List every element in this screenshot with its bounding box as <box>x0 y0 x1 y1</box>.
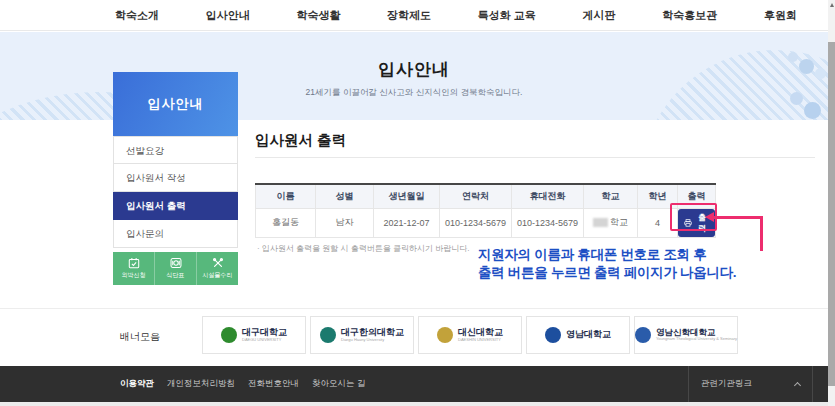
nav-item-supporters[interactable]: 후원회 <box>764 8 797 23</box>
annotation-line-1: 지원자의 이름과 휴대폰 번호로 조회 후 <box>478 246 736 264</box>
scrollbar-up-arrow-icon[interactable] <box>830 3 834 7</box>
col-grade: 학년 <box>638 184 678 208</box>
arrow-left-icon <box>705 212 714 222</box>
calendar-icon <box>128 257 140 269</box>
nav-item-education[interactable]: 특성화 교육 <box>478 8 536 23</box>
sidebar-item-inquiry[interactable]: 입사문의 <box>113 220 238 248</box>
nav-item-life[interactable]: 학숙생활 <box>296 8 340 23</box>
application-table: 이름 성별 생년월일 연락처 휴대전화 학교 학년 출력 홍길동 남자 2021… <box>255 183 716 238</box>
sidebar-item-guidelines[interactable]: 선발요강 <box>113 136 238 164</box>
nav-item-promotion[interactable]: 학숙홍보관 <box>662 8 717 23</box>
quick-label: 시설물수리 <box>203 271 233 280</box>
cell-birthdate: 2021-12-07 <box>374 208 440 237</box>
table-note: · 입사원서 출력을 원할 시 출력버튼을 클릭하시기 바랍니다. <box>257 243 469 254</box>
col-gender: 성별 <box>316 184 374 208</box>
table-row: 홍길동 남자 2021-12-07 010-1234-5679 010-1234… <box>256 208 716 237</box>
footer-link-privacy[interactable]: 개인정보처리방침 <box>167 378 235 390</box>
sidebar-menu: 선발요강 입사원서 작성 입사원서 출력 입사문의 <box>113 136 238 248</box>
sidebar-item-write-application[interactable]: 입사원서 작성 <box>113 164 238 192</box>
redacted-school-name <box>593 218 608 227</box>
page-bottom-strip <box>0 402 835 406</box>
meal-icon <box>170 257 182 269</box>
top-navigation: 학숙소개 입사안내 학숙생활 장학제도 특성화 교육 게시판 학숙홍보관 후원회 <box>0 0 828 31</box>
nav-menu: 학숙소개 입사안내 학숙생활 장학제도 특성화 교육 게시판 학숙홍보관 후원회 <box>115 0 797 31</box>
divider <box>0 308 828 309</box>
quick-overnight-request[interactable]: 외박신청 <box>113 252 155 285</box>
university-subname: DAESHIN UNIVERSITY <box>458 338 503 342</box>
nav-item-intro[interactable]: 학숙소개 <box>115 8 159 23</box>
related-links-label: 관련기관링크 <box>701 378 752 390</box>
col-contact: 연락처 <box>440 184 512 208</box>
banner-daegu-university[interactable]: 대구대학교DAEGU UNIVERSITY <box>202 316 306 354</box>
sidebar-item-print-application[interactable]: 입사원서 출력 <box>113 192 238 220</box>
university-banner-row: 대구대학교DAEGU UNIVERSITY 대구한의대학교Daegu Haany… <box>202 316 738 354</box>
university-subname: Daegu Haany University <box>341 338 404 342</box>
university-subname: Youngnam Theological University & Semina… <box>656 337 737 341</box>
cell-grade: 4 <box>638 208 678 237</box>
col-print: 출력 <box>678 184 716 208</box>
quick-label: 외박신청 <box>122 271 146 280</box>
col-mobile: 휴대전화 <box>512 184 584 208</box>
sidebar-quick-menu: 외박신청 식단표 시설물수리 <box>113 252 238 285</box>
banner-collection-label: 배너모음 <box>120 330 160 344</box>
tools-icon <box>212 257 224 269</box>
university-logo <box>320 327 336 343</box>
quick-facility-repair[interactable]: 시설물수리 <box>197 252 238 285</box>
banner-daeshin-university[interactable]: 대신대학교DAESHIN UNIVERSITY <box>418 316 522 354</box>
university-logo <box>221 327 237 343</box>
footer-link-directions[interactable]: 찾아오시는 길 <box>312 378 365 390</box>
nav-item-board[interactable]: 게시판 <box>583 8 616 23</box>
scrollbar-track[interactable] <box>828 0 835 406</box>
annotation-text: 지원자의 이름과 휴대폰 번호로 조회 후 출력 버튼을 누르면 출력 페이지가… <box>478 246 736 282</box>
cell-gender: 남자 <box>316 208 374 237</box>
footer-link-terms[interactable]: 이용약관 <box>120 378 154 390</box>
nav-item-admission[interactable]: 입사안내 <box>206 8 250 23</box>
table-header-row: 이름 성별 생년월일 연락처 휴대전화 학교 학년 출력 <box>256 184 716 208</box>
university-name: 영남대학교 <box>566 330 611 340</box>
decor-dot <box>804 102 821 119</box>
university-logo <box>635 327 651 343</box>
printer-icon <box>684 219 692 227</box>
university-logo <box>545 327 561 343</box>
quick-meal-plan[interactable]: 식단표 <box>155 252 197 285</box>
footer-links: 이용약관 개인정보처리방침 전화번호안내 찾아오시는 길 <box>120 366 365 402</box>
chevron-up-icon <box>794 381 801 388</box>
banner-yeungnam-university[interactable]: 영남대학교 <box>526 316 630 354</box>
cell-name: 홍길동 <box>256 208 316 237</box>
banner-youngnam-theological-university[interactable]: 영남신학대학교Youngnam Theological University &… <box>634 316 738 354</box>
university-subname: DAEGU UNIVERSITY <box>242 338 287 342</box>
banner-daegu-haany-university[interactable]: 대구한의대학교Daegu Haany University <box>310 316 414 354</box>
content-title: 입사원서 출력 <box>255 131 815 158</box>
nav-item-scholarship[interactable]: 장학제도 <box>387 8 431 23</box>
col-birthdate: 생년월일 <box>374 184 440 208</box>
annotation-line-2: 출력 버튼을 누르면 출력 페이지가 나옵니다. <box>478 264 736 282</box>
cell-contact: 010-1234-5679 <box>440 208 512 237</box>
sidebar-title: 입사안내 <box>113 72 238 136</box>
arrow-line-vertical <box>760 216 763 251</box>
footer-link-phone-guide[interactable]: 전화번호안내 <box>248 378 299 390</box>
col-name: 이름 <box>256 184 316 208</box>
cell-mobile: 010-1234-5679 <box>512 208 584 237</box>
university-logo <box>437 327 453 343</box>
arrow-line-horizontal <box>714 216 762 219</box>
col-school: 학교 <box>584 184 638 208</box>
quick-label: 식단표 <box>167 271 185 280</box>
related-links-dropdown[interactable]: 관련기관링크 <box>688 366 813 402</box>
cell-school: 학교 <box>584 208 638 237</box>
page: 학숙소개 입사안내 학숙생활 장학제도 특성화 교육 게시판 학숙홍보관 후원회… <box>0 0 835 406</box>
scrollbar-thumb[interactable] <box>828 42 835 386</box>
footer: 이용약관 개인정보처리방침 전화번호안내 찾아오시는 길 관련기관링크 <box>0 366 828 402</box>
